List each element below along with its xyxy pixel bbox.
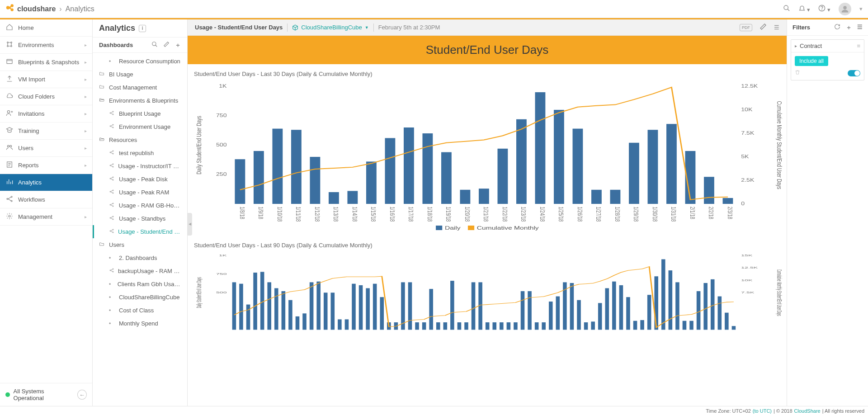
svg-text:250: 250: [216, 172, 227, 177]
svg-rect-155: [380, 297, 384, 330]
svg-point-20: [11, 196, 12, 198]
tree-item[interactable]: Usage - Student/End User...: [93, 225, 187, 238]
tree-item[interactable]: Blueprint Usage: [93, 107, 187, 120]
svg-text:1/18/18: 1/18/18: [426, 207, 433, 222]
svg-rect-163: [436, 322, 440, 330]
nav-blueprints-snapshots[interactable]: Blueprints & Snapshots▸: [0, 54, 92, 71]
tree-item[interactable]: Users: [93, 238, 187, 251]
tree-item[interactable]: •CloudShareBillingCube: [93, 291, 187, 304]
nav-reports[interactable]: Reports▸: [0, 157, 92, 174]
logo[interactable]: cloudshare › Analytics: [5, 3, 94, 15]
tree-item[interactable]: •Resource Consumption: [93, 55, 187, 68]
reports-icon: [5, 161, 14, 170]
tree-item[interactable]: backupUsage - RAM GB-Hours: [93, 264, 187, 278]
folder-open-icon: [99, 137, 105, 143]
svg-text:1/14/18: 1/14/18: [351, 207, 358, 222]
svg-rect-138: [260, 272, 264, 330]
notifications-icon[interactable]: ▾: [798, 5, 811, 13]
chevron-right-icon: ▸: [85, 111, 87, 116]
add-icon[interactable]: ＋: [846, 24, 852, 32]
filter-menu-icon[interactable]: ≡: [857, 42, 860, 49]
nav-cloud-folders[interactable]: Cloud Folders▸: [0, 88, 92, 105]
search-icon[interactable]: [783, 5, 790, 13]
svg-line-6: [788, 9, 789, 11]
svg-text:1/20/18: 1/20/18: [463, 207, 471, 222]
nav-invitations[interactable]: Invitations▸: [0, 105, 92, 123]
nav-environments[interactable]: Environments▸: [0, 37, 92, 54]
delete-icon[interactable]: [795, 70, 800, 76]
tree-item[interactable]: Environment Usage: [93, 120, 187, 133]
svg-text:1/25/18: 1/25/18: [557, 207, 565, 222]
svg-point-44: [113, 203, 113, 204]
tree-item[interactable]: Usage - Standbys: [93, 212, 187, 225]
tree-item[interactable]: Usage - Peak Disk: [93, 173, 187, 186]
collapse-handle[interactable]: ◀: [188, 213, 192, 236]
svg-rect-80: [479, 189, 489, 204]
tree-item[interactable]: Usage - Instructor/IT User...: [93, 160, 187, 173]
svg-rect-73: [347, 191, 358, 204]
cube-selector[interactable]: CloudShareBillingCube ▼: [292, 24, 368, 31]
nav-management[interactable]: Management▸: [0, 208, 92, 226]
svg-text:1/19/18: 1/19/18: [445, 207, 452, 222]
svg-rect-201: [703, 283, 708, 330]
user-avatar[interactable]: [839, 3, 851, 15]
nav-home[interactable]: Home: [0, 19, 92, 37]
help-icon[interactable]: ▾: [818, 5, 830, 13]
home-icon: [5, 24, 14, 32]
svg-text:1/15/18: 1/15/18: [370, 207, 377, 222]
svg-text:1/23/18: 1/23/18: [520, 207, 527, 222]
pdf-export[interactable]: PDF: [740, 24, 752, 31]
nav-vm-import[interactable]: VM Import▸: [0, 71, 92, 88]
chevron-right-icon: ▸: [85, 94, 87, 99]
svg-text:1K: 1K: [219, 254, 227, 257]
edit-icon[interactable]: [163, 41, 170, 49]
menu-icon[interactable]: ☰: [857, 24, 863, 32]
svg-rect-190: [626, 297, 630, 330]
chevron-right-icon: ▸: [85, 60, 87, 65]
tree-item[interactable]: Usage - Peak RAM: [93, 186, 187, 199]
tree-item[interactable]: •Cost of Class: [93, 304, 187, 317]
tree-item[interactable]: •Monthly Spend: [93, 317, 187, 330]
svg-rect-139: [267, 282, 271, 330]
menu-icon[interactable]: ☰: [774, 24, 779, 31]
edit-icon[interactable]: [760, 23, 767, 32]
status-dot: [5, 392, 10, 397]
svg-rect-142: [288, 300, 292, 330]
tree-item[interactable]: Environments & Blueprints: [93, 94, 187, 107]
tz-link[interactable]: (to UTC): [753, 408, 772, 414]
include-all-pill[interactable]: Include all: [795, 56, 828, 66]
svg-point-12: [7, 46, 9, 47]
filter-toggle[interactable]: [848, 70, 860, 76]
svg-point-31: [110, 152, 111, 153]
tree-item[interactable]: •2. Dashboards: [93, 251, 187, 264]
svg-rect-200: [697, 291, 701, 330]
section-title: Analytics: [99, 24, 135, 33]
nav-users[interactable]: Users▸: [0, 140, 92, 157]
add-icon[interactable]: ＋: [175, 41, 181, 49]
svg-rect-180: [556, 297, 560, 330]
svg-text:1/22/18: 1/22/18: [501, 207, 508, 222]
tree-item[interactable]: test republish: [93, 146, 187, 160]
svg-text:2/3/18: 2/3/18: [726, 207, 733, 219]
tree-item[interactable]: Resources: [93, 133, 187, 146]
brand-link[interactable]: CloudShare: [794, 408, 821, 414]
info-icon[interactable]: i: [139, 25, 146, 32]
tree-item[interactable]: Usage - RAM GB-Hours: [93, 199, 187, 212]
svg-text:1/21/18: 1/21/18: [482, 207, 490, 222]
svg-rect-154: [373, 284, 377, 330]
nav-workflows[interactable]: Workflows: [0, 191, 92, 208]
collapse-nav-icon[interactable]: ←: [77, 390, 87, 400]
svg-text:500: 500: [216, 291, 227, 294]
svg-rect-204: [725, 313, 729, 330]
refresh-icon[interactable]: [834, 24, 840, 32]
svg-point-21: [11, 200, 12, 202]
nav-training[interactable]: Training▸: [0, 123, 92, 140]
tree-item[interactable]: •Clients Ram Gbh Usage Report: [93, 278, 187, 291]
share-icon: [109, 228, 114, 235]
nav-analytics[interactable]: Analytics: [0, 174, 92, 191]
tree-item[interactable]: Cost Management: [93, 81, 187, 94]
filter-header[interactable]: ▸ Contract ≡: [791, 40, 864, 52]
svg-text:Daily Student/End User Days: Daily Student/End User Days: [195, 277, 203, 308]
tree-item[interactable]: BI Usage: [93, 68, 187, 81]
search-icon[interactable]: [151, 41, 158, 49]
